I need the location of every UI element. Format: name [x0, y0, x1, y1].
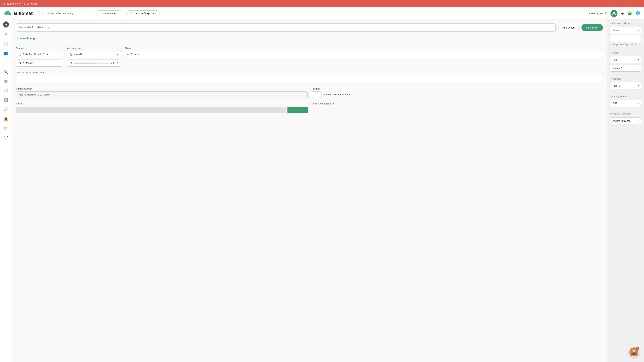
aktion-group: Aktion ✉ Erstellen ▾	[125, 47, 603, 66]
liefer-label: Liefer-/Leistungsdatum	[312, 102, 603, 105]
globe-icon[interactable]: 🌐	[636, 11, 640, 16]
avatar[interactable]	[610, 10, 618, 17]
waehrung-chevron-icon: ▾	[638, 102, 639, 105]
settings-icon[interactable]: ⚙	[621, 11, 624, 16]
sidebar-item-export[interactable]: 📤	[2, 115, 10, 123]
rechnung-title-label: Titel der zukünftigen Rechnung	[16, 71, 603, 74]
sidebar-item-invoices[interactable]: 📄	[2, 40, 10, 48]
warning-icon: ⚠	[3, 2, 6, 5]
divider-3	[610, 92, 641, 93]
kunde-label: Kunde	[16, 102, 308, 105]
rechnung-title-group: Titel der zukünftigen Rechnung	[16, 71, 603, 83]
faelligkeit-group: Fälligkeit 14 Tage ab Rechnungsdatum	[312, 88, 603, 98]
text-label: Text	[612, 58, 617, 61]
vorlage-label: Vorlage 1	[612, 67, 622, 70]
form-title-input[interactable]	[16, 24, 556, 32]
berichte-chevron-icon: ▾	[155, 12, 157, 15]
search-bar[interactable]: 🔍	[38, 10, 92, 16]
faelligkeit-label: Fälligkeit	[312, 88, 603, 90]
repeat-icon: 🔁	[70, 53, 72, 56]
kunde-row: Kunde Liefer-/Leistungsdatum	[16, 102, 603, 113]
preisbasis-chevron-icon: ▾	[638, 84, 639, 87]
berichte-button[interactable]: 📊 Berichte / Exporte ▾	[126, 10, 160, 16]
clock-icon: 🕐	[18, 53, 22, 56]
wiederholungen-group: Wiederholungen 🔁 unendlich ▾ ⏱ bisher 0	[67, 47, 121, 66]
chat-avatar[interactable]: 1	[629, 347, 639, 357]
liefer-gruppe: Liefer-/Leistungsdatum	[312, 102, 603, 113]
zahlarten-value: Andere Zahlarten	[612, 120, 630, 122]
sidebar-item-recurring[interactable]: 🔄	[2, 96, 10, 104]
sidebar-item-dashboard[interactable]: ⊞	[2, 30, 10, 38]
waehrung-value: EUR	[612, 102, 618, 105]
sidebar-toggle-button[interactable]: ◀	[3, 22, 9, 28]
date-input[interactable]: 18.08.2022	[610, 35, 641, 42]
sidebar-item-folder[interactable]: 📁	[2, 124, 10, 132]
turnus-interval-value: 1	[23, 62, 24, 64]
stammdaten-icon: 🗂	[99, 12, 101, 15]
wiederholungen-select[interactable]: 🔁 unendlich ▾	[67, 51, 121, 58]
header: Billomat 🔍 🗂 Stammdaten ▾ 📊 Berichte / E…	[0, 8, 644, 20]
preisbasis-section: Preisbasis NETTO ▾	[610, 78, 641, 89]
zahlarten-title: Akzeptierte Zahlarte	[610, 113, 641, 115]
datum-dropdown[interactable]: Datum ▾	[610, 27, 641, 34]
aktion-select[interactable]: ✉ Erstellen ▾	[125, 51, 603, 58]
kundennummer-group: Kundennummer KD1 Musterfirma, Max Muster	[16, 88, 308, 98]
stammdaten-label: Stammdaten	[103, 12, 117, 15]
kundennummer-field[interactable]: KD1 Musterfirma, Max Muster	[16, 92, 308, 98]
header-right: Guten Tag Martin ⚙ 🧩 🌐	[588, 10, 640, 17]
text-dropdown[interactable]: Text ▾	[610, 56, 641, 63]
kundennummer-label: Kundennummer	[16, 88, 308, 90]
stammdaten-button[interactable]: 🗂 Stammdaten ▾	[96, 10, 123, 16]
sidebar-item-receipts[interactable]: 🧾	[2, 86, 10, 94]
datum-chevron-icon: ▾	[638, 29, 639, 32]
main-content: Abbrechen Speichern Abo-Rechnung Turnus …	[12, 20, 607, 362]
cancel-button[interactable]: Abbrechen	[558, 24, 579, 31]
calendar-icon: 📅	[18, 62, 22, 64]
search-input[interactable]	[46, 12, 90, 15]
turnus-time-select[interactable]: 🕐 Zwischen 17 und 18 Uhr ▾	[16, 51, 63, 58]
logo[interactable]: Billomat	[4, 10, 32, 16]
timer-icon: ⏱	[70, 62, 72, 64]
waehrung-dropdown[interactable]: EUR ▾	[610, 100, 641, 107]
wiederholungen-fields: 🔁 unendlich ▾ ⏱ bisher 0	[67, 51, 121, 66]
save-button[interactable]: Speichern	[582, 24, 603, 31]
form-header: Abbrechen Speichern	[16, 24, 603, 32]
sidebar-item-messages[interactable]: 💬	[2, 134, 10, 142]
app-body: ◀ ⊞ 📄 👥 📊 🔍 🏦 🧾 🔄 📈 📤 📁 💬 Abbrechen Spei…	[0, 20, 644, 362]
chat-badge: 1	[636, 347, 639, 350]
turnus-label: Turnus	[16, 47, 63, 50]
turnus-group: Turnus 🕐 Zwischen 17 und 18 Uhr ▾ 📅 1 Mo…	[16, 47, 63, 66]
wiederholungen-chevron-icon: ▾	[117, 53, 118, 56]
turnus-interval-select[interactable]: 📅 1 Monate ▾	[16, 60, 63, 66]
zahlarten-chevron-icon: ▾	[638, 120, 639, 122]
sidebar: ◀ ⊞ 📄 👥 📊 🔍 🏦 🧾 🔄 📈 📤 📁 💬	[0, 20, 12, 362]
sidebar-item-contacts[interactable]: 👥	[2, 49, 10, 57]
tabs: Abo-Rechnung	[16, 35, 603, 42]
kundennummer-placeholder: KD1 Musterfirma, Max Muster	[18, 94, 50, 96]
puzzle-icon[interactable]: 🧩	[628, 11, 632, 16]
progress-text: bisher 0	[110, 62, 118, 64]
vorlage-dropdown[interactable]: Vorlage 1 ▾	[610, 64, 641, 72]
sidebar-item-bank[interactable]: 🏦	[2, 77, 10, 85]
vorlagen-title: Vorlagen	[610, 52, 641, 54]
text-chevron-icon: ▾	[638, 58, 639, 61]
wiederholungen-value: unendlich	[74, 53, 84, 56]
tab-abo-rechnung[interactable]: Abo-Rechnung	[16, 35, 36, 42]
zahlarten-dropdown[interactable]: Andere Zahlarten ▾	[610, 117, 641, 124]
search-icon: 🔍	[42, 12, 44, 15]
rechnung-title-input[interactable]	[16, 75, 603, 83]
vorlagen-section: Vorlagen Text ▾ Vorlage 1 ▾	[610, 52, 641, 72]
sidebar-item-analytics[interactable]: 📈	[2, 105, 10, 113]
svg-point-1	[632, 350, 636, 352]
aktion-value: Erstellen	[131, 53, 140, 56]
faelligkeit-suffix: Tage ab Rechnungsdatum	[324, 93, 351, 96]
preisbasis-dropdown[interactable]: NETTO ▾	[610, 82, 641, 89]
progress-fill	[74, 62, 95, 64]
sidebar-item-reports[interactable]: 📊	[2, 58, 10, 66]
aktion-label: Aktion	[125, 47, 603, 50]
mail-icon: ✉	[127, 53, 129, 56]
sidebar-item-search-detail[interactable]: 🔍	[2, 68, 10, 76]
aktion-chevron-icon: ▾	[600, 53, 600, 56]
faelligkeit-days-input[interactable]: 14	[312, 92, 322, 98]
right-panel: Nächste Erstellung Datum ▾ 18.08.2022 vo…	[607, 20, 644, 362]
